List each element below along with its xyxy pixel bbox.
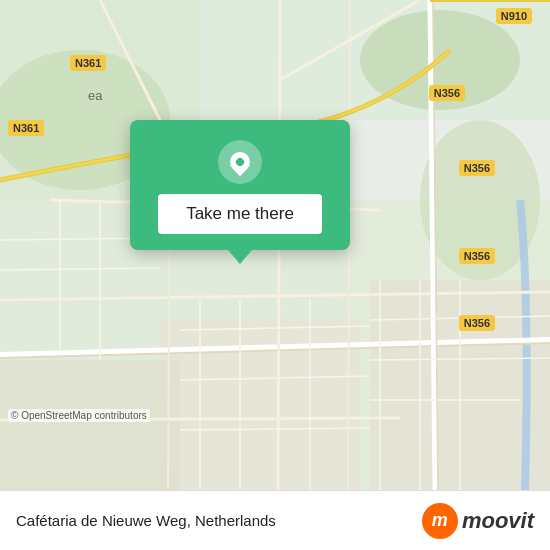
road-label-n356-4: N356	[459, 315, 495, 331]
road-label-n361-left: N361	[8, 120, 44, 136]
svg-rect-10	[0, 360, 180, 490]
moovit-logo-letter: m	[432, 510, 448, 531]
ea-text: ea	[88, 88, 102, 103]
pin-icon	[226, 148, 254, 176]
road-label-n356-2: N356	[459, 160, 495, 176]
road-label-n361-top: N361	[70, 55, 106, 71]
road-label-n910: N910	[496, 8, 532, 24]
road-label-n356-3: N356	[459, 248, 495, 264]
moovit-logo-text: moovit	[462, 508, 534, 534]
copyright-text: © OpenStreetMap contributors	[8, 409, 150, 422]
place-title: Cafétaria de Nieuwe Weg, Netherlands	[16, 512, 276, 529]
map-container: N910 N361 N361 N356 N356 N356 N356 ea Ta…	[0, 0, 550, 490]
moovit-logo: m moovit	[422, 503, 534, 539]
popup-card: Take me there	[130, 120, 350, 250]
bottom-bar: Cafétaria de Nieuwe Weg, Netherlands m m…	[0, 490, 550, 550]
location-icon	[218, 140, 262, 184]
moovit-logo-circle: m	[422, 503, 458, 539]
road-label-n356-1: N356	[429, 85, 465, 101]
take-me-there-button[interactable]: Take me there	[158, 194, 322, 234]
